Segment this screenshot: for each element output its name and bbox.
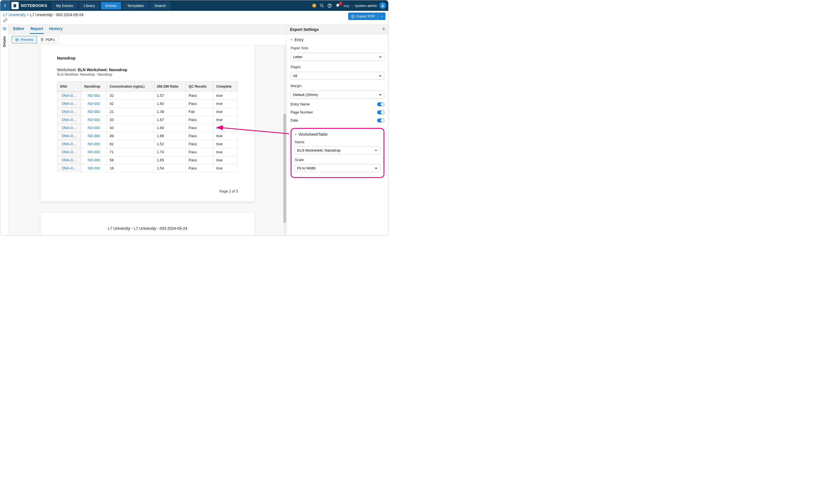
table-cell: true xyxy=(213,124,238,132)
permalink-icon[interactable] xyxy=(3,18,83,23)
ws-name-select[interactable]: ELN Worksheet: Nanodrop xyxy=(295,146,380,154)
table-cell[interactable]: ND-002 xyxy=(81,156,107,164)
table-header: Concentration (ng/uL) xyxy=(107,82,154,91)
help-icon[interactable] xyxy=(327,3,332,8)
report-page: Nanodrop Worksheet: ELN Worksheet: Nanod… xyxy=(40,45,255,202)
svg-rect-1 xyxy=(14,4,16,4)
ws-scale-select[interactable]: Fit to Width xyxy=(295,164,380,172)
user-menu[interactable]: esp | system admin xyxy=(344,2,386,9)
svg-line-3 xyxy=(322,6,323,7)
table-cell[interactable]: ND-002 xyxy=(81,132,107,140)
main-tabs: Editor Report History xyxy=(8,25,286,34)
table-cell[interactable]: ND-002 xyxy=(81,164,107,172)
table-cell[interactable]: DNA-0… xyxy=(57,124,81,132)
vertical-scrollbar[interactable] xyxy=(283,45,286,236)
table-cell[interactable]: ND-002 xyxy=(81,140,107,148)
entry-name-toggle[interactable] xyxy=(377,102,384,106)
table-cell[interactable]: ND-002 xyxy=(81,91,107,100)
table-cell: true xyxy=(213,100,238,108)
pages-label: Pages xyxy=(290,65,384,69)
topbar: NOTEBOOKS My Entries Library Entries Tem… xyxy=(0,0,388,11)
table-cell: 1.84 xyxy=(154,124,186,132)
paper-size-select[interactable]: Letter xyxy=(290,53,384,61)
table-header: DNA xyxy=(57,82,81,91)
worksheet-subline: ELN Workflow: Nanodrop : Nanodrop xyxy=(57,72,238,77)
table-cell: Pass xyxy=(186,164,213,172)
margin-label: Margin xyxy=(290,84,384,88)
export-pdf-caret-icon[interactable] xyxy=(378,14,383,18)
table-row: DNA-0…ND-002621.52Passtrue xyxy=(57,140,238,148)
table-cell: 58 xyxy=(107,156,154,164)
table-cell[interactable]: DNA-0… xyxy=(57,148,81,156)
table-cell: Pass xyxy=(186,100,213,108)
nanodrop-table: DNANanoDropConcentration (ng/uL)260:280 … xyxy=(57,82,238,172)
subtab-preview[interactable]: Preview xyxy=(12,36,37,43)
table-cell: Pass xyxy=(186,156,213,164)
table-row: DNA-0…ND-002581.65Passtrue xyxy=(57,156,238,164)
table-cell[interactable]: DNA-0… xyxy=(57,91,81,100)
svg-marker-20 xyxy=(295,134,297,135)
pages-select[interactable]: All xyxy=(290,72,384,80)
table-cell: true xyxy=(213,108,238,116)
tab-report[interactable]: Report xyxy=(30,24,43,34)
tab-editor[interactable]: Editor xyxy=(13,24,25,34)
ws-scale-label: Scale xyxy=(295,158,380,162)
table-cell[interactable]: DNA-0… xyxy=(57,164,81,172)
preview-scroll-area[interactable]: Nanodrop Worksheet: ELN Worksheet: Nanod… xyxy=(8,45,286,236)
breadcrumb-root[interactable]: L7 University xyxy=(3,13,26,17)
table-cell: 1.52 xyxy=(154,140,186,148)
notifications-icon[interactable]: 3 xyxy=(335,3,340,8)
page-number-toggle[interactable] xyxy=(377,110,384,114)
brand-title: NOTEBOOKS xyxy=(21,3,47,8)
page-indicator: Page 2 of 3 xyxy=(57,189,238,193)
table-cell: true xyxy=(213,132,238,140)
table-cell: Pass xyxy=(186,148,213,156)
back-button[interactable] xyxy=(0,0,10,11)
collapse-panel-icon[interactable] xyxy=(381,27,385,32)
table-cell: 33 xyxy=(107,116,154,124)
nav-templates[interactable]: Templates xyxy=(123,2,148,9)
notification-badge: 3 xyxy=(339,2,343,5)
entry-section-toggle[interactable]: Entry xyxy=(290,38,384,42)
svg-marker-19 xyxy=(291,40,292,40)
export-pdf-button[interactable]: Export PDF xyxy=(348,13,386,20)
table-cell[interactable]: DNA-0… xyxy=(57,100,81,108)
table-cell[interactable]: ND-002 xyxy=(81,116,107,124)
table-cell: Pass xyxy=(186,140,213,148)
worksheet-line: Worksheet: ELN Worksheet: Nanodrop xyxy=(57,68,238,72)
page-number-toggle-label: Page Number xyxy=(290,110,313,114)
entry-name-toggle-label: Entry Name xyxy=(290,102,310,106)
table-cell[interactable]: ND-002 xyxy=(81,100,107,108)
nav-entries[interactable]: Entries xyxy=(101,2,121,9)
table-cell: Pass xyxy=(186,116,213,124)
table-cell[interactable]: ND-002 xyxy=(81,148,107,156)
nav-library[interactable]: Library xyxy=(79,2,99,9)
rail-menu-icon[interactable] xyxy=(2,26,7,32)
table-row: DNA-0…ND-002421.63Passtrue xyxy=(57,100,238,108)
table-cell[interactable]: DNA-0… xyxy=(57,108,81,116)
table-cell[interactable]: DNA-0… xyxy=(57,132,81,140)
subtab-pdfs[interactable]: PDFs xyxy=(37,36,58,43)
nav-search[interactable]: Search xyxy=(150,2,170,9)
table-cell[interactable]: DNA-0… xyxy=(57,140,81,148)
nav-my-entries[interactable]: My Entries xyxy=(52,2,78,9)
table-cell[interactable]: DNA-0… xyxy=(57,156,81,164)
table-cell: Pass xyxy=(186,91,213,100)
status-dot-icon xyxy=(312,4,316,7)
worksheet-table-highlight: Worksheet/Table Name ELN Worksheet: Nano… xyxy=(290,128,384,178)
details-rail-label[interactable]: Details xyxy=(2,36,6,47)
export-settings-header: Export Settings xyxy=(287,25,388,34)
tab-history[interactable]: History xyxy=(49,24,63,34)
table-cell[interactable]: ND-002 xyxy=(81,124,107,132)
table-cell[interactable]: DNA-0… xyxy=(57,116,81,124)
table-cell: 21 xyxy=(107,108,154,116)
date-toggle[interactable] xyxy=(377,119,384,122)
table-cell[interactable]: ND-002 xyxy=(81,108,107,116)
margin-select[interactable]: Default (20mm) xyxy=(290,91,384,99)
caret-down-icon xyxy=(295,133,297,135)
table-cell: Pass xyxy=(186,124,213,132)
search-icon[interactable] xyxy=(320,3,324,8)
svg-point-13 xyxy=(16,39,18,40)
table-row: DNA-0…ND-002711.74Passtrue xyxy=(57,148,238,156)
worksheet-section-toggle[interactable]: Worksheet/Table xyxy=(295,132,380,136)
